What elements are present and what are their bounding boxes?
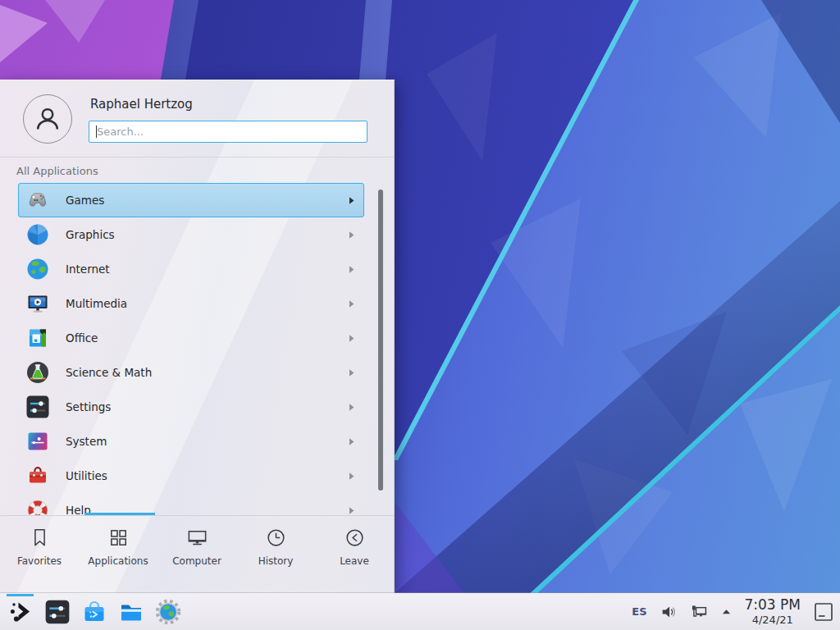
desktop: Raphael Hertzog All Applications GamesGr…: [0, 0, 840, 630]
taskbar-application-launcher[interactable]: [7, 598, 34, 626]
category-system[interactable]: System: [18, 424, 364, 459]
submenu-arrow-icon: [348, 368, 355, 377]
category-science-math[interactable]: Science & Math: [18, 355, 364, 390]
active-tab-indicator: [84, 513, 155, 515]
category-office[interactable]: Office: [18, 321, 364, 355]
taskbar-file-manager[interactable]: [117, 598, 145, 626]
tab-label: History: [258, 555, 294, 567]
internet-icon: [25, 256, 51, 282]
section-label: All Applications: [16, 165, 98, 177]
category-settings[interactable]: Settings: [18, 390, 364, 424]
volume-icon[interactable]: [660, 603, 678, 621]
tray-icons: [660, 603, 733, 621]
help-icon: [25, 497, 51, 516]
office-icon: [25, 325, 51, 351]
settings-icon: [25, 394, 51, 420]
keyboard-layout-indicator[interactable]: ES: [632, 605, 646, 618]
search-field[interactable]: [89, 121, 368, 143]
category-utilities[interactable]: Utilities: [18, 459, 364, 493]
active-task-indicator: [7, 594, 34, 596]
taskbar-discover-software-center[interactable]: [80, 598, 108, 626]
submenu-arrow-icon: [348, 472, 355, 481]
category-label: Office: [66, 331, 348, 345]
system-tray: ES 7:03 PM 4/24/21: [632, 598, 840, 625]
taskbar-launchers: [0, 598, 182, 626]
clock-time: 7:03 PM: [745, 598, 801, 612]
application-launcher-menu: Raphael Hertzog All Applications GamesGr…: [0, 80, 395, 593]
tab-label: Computer: [172, 555, 221, 567]
user-name: Raphael Hertzog: [90, 97, 193, 112]
category-multimedia[interactable]: Multimedia: [18, 286, 364, 321]
submenu-arrow-icon: [348, 231, 355, 240]
taskbar-web-browser[interactable]: [154, 598, 182, 626]
submenu-arrow-icon: [348, 299, 355, 308]
submenu-arrow-icon: [348, 265, 355, 274]
expand-tray-icon[interactable]: [720, 605, 733, 618]
multimedia-icon: [25, 290, 51, 317]
category-label: Graphics: [66, 228, 348, 241]
category-label: Internet: [66, 262, 348, 276]
tab-history[interactable]: History: [236, 516, 315, 593]
digital-clock[interactable]: 7:03 PM 4/24/21: [745, 598, 801, 625]
category-games[interactable]: Games: [18, 183, 364, 217]
user-avatar[interactable]: [23, 94, 72, 144]
taskbar-system-settings[interactable]: [43, 598, 71, 626]
tab-label: Leave: [340, 555, 369, 567]
system-icon: [25, 428, 51, 454]
category-label: Games: [66, 194, 348, 207]
taskbar-panel: ES 7:03 PM 4/24/21: [0, 593, 840, 630]
category-graphics[interactable]: Graphics: [18, 217, 364, 252]
category-label: System: [66, 435, 348, 448]
tab-label: Favorites: [17, 555, 62, 567]
tab-computer[interactable]: Computer: [158, 516, 236, 593]
launcher-tabbar: FavoritesApplicationsComputerHistoryLeav…: [0, 516, 394, 593]
category-help[interactable]: Help: [18, 493, 364, 516]
launcher-header: Raphael Hertzog: [0, 80, 394, 158]
submenu-arrow-icon: [348, 196, 355, 205]
submenu-arrow-icon: [348, 334, 355, 343]
network-icon[interactable]: [690, 603, 708, 621]
app-category-list: GamesGraphicsInternetMultimediaOfficeSci…: [18, 183, 364, 516]
history-icon: [265, 527, 287, 549]
search-input[interactable]: [89, 121, 367, 142]
tab-label: Applications: [88, 555, 148, 567]
tab-favorites[interactable]: Favorites: [0, 516, 79, 593]
category-label: Multimedia: [66, 297, 348, 310]
category-label: Settings: [66, 400, 348, 413]
science-icon: [25, 359, 51, 386]
tab-leave[interactable]: Leave: [315, 516, 394, 593]
show-desktop-button[interactable]: [813, 601, 834, 623]
applications-icon: [107, 527, 130, 549]
submenu-arrow-icon: [348, 403, 355, 412]
computer-icon: [186, 527, 208, 549]
person-icon: [31, 103, 64, 135]
leave-icon: [344, 527, 366, 549]
games-icon: [25, 187, 51, 213]
submenu-arrow-icon: [348, 437, 355, 446]
category-label: Utilities: [66, 469, 348, 482]
favorites-icon: [29, 527, 51, 549]
tab-applications[interactable]: Applications: [79, 516, 158, 593]
category-internet[interactable]: Internet: [18, 252, 364, 286]
category-label: Science & Math: [66, 366, 348, 379]
clock-date: 4/24/21: [745, 614, 801, 625]
scrollbar-thumb[interactable]: [378, 189, 383, 491]
graphics-icon: [25, 221, 51, 248]
utilities-icon: [25, 463, 51, 489]
submenu-arrow-icon: [348, 506, 355, 515]
